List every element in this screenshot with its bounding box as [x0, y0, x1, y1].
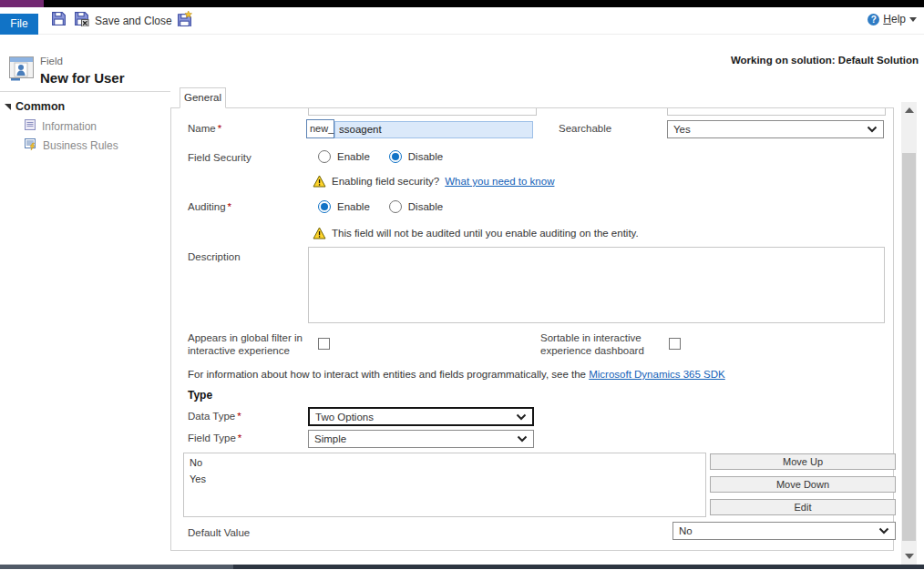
- scrollbar-thumb[interactable]: [902, 153, 916, 541]
- auditing-label: Auditing*: [188, 201, 231, 212]
- required-marker: *: [238, 433, 241, 443]
- scroll-up-icon[interactable]: [905, 107, 914, 113]
- command-toolbar: File Save and Close ? Help: [0, 7, 924, 35]
- field-security-disable-radio[interactable]: [389, 150, 402, 163]
- field-type-label: Field Type*: [188, 433, 241, 443]
- default-value-select[interactable]: No: [672, 522, 896, 540]
- data-type-select[interactable]: Two Options: [308, 407, 534, 426]
- header-divider: [0, 91, 170, 92]
- sidebar-group-label: Common: [15, 100, 65, 113]
- auditing-disable-label[interactable]: Disable: [408, 201, 443, 212]
- field-security-disable-label[interactable]: Disable: [408, 151, 443, 162]
- top-window-strip: [0, 0, 924, 7]
- name-input[interactable]: ssoagent: [334, 121, 533, 138]
- field-type-select[interactable]: Simple: [308, 430, 534, 448]
- help-icon: ?: [868, 14, 879, 25]
- help-caret-icon: [909, 17, 917, 22]
- data-type-label: Data Type*: [188, 411, 241, 422]
- scroll-down-icon[interactable]: [905, 554, 914, 559]
- chevron-down-icon: [517, 435, 528, 443]
- form-panel: Name* new_ ssoagent Searchable Yes Field…: [170, 107, 894, 551]
- name-prefix-field[interactable]: new_: [306, 119, 334, 138]
- page-title: New for User: [40, 70, 125, 86]
- sortable-label: Sortable in interactive experience dashb…: [540, 331, 655, 357]
- collapse-triangle-icon: [5, 104, 11, 110]
- tab-general[interactable]: General: [180, 87, 226, 108]
- field-security-radio-group: Enable Disable: [318, 150, 456, 163]
- auditing-warning: This field will not be audited until you…: [313, 227, 639, 239]
- field-security-label: Field Security: [188, 152, 252, 163]
- vertical-scrollbar[interactable]: [901, 102, 917, 565]
- application-window: File Save and Close ? Help Field New for…: [0, 0, 924, 570]
- brand-purple-strip: [0, 0, 44, 7]
- save-and-close-icon[interactable]: [74, 11, 89, 26]
- list-item[interactable]: Yes: [184, 470, 705, 486]
- sdk-link[interactable]: Microsoft Dynamics 365 SDK: [589, 369, 725, 380]
- help-label: Help: [883, 13, 906, 25]
- warning-icon: [313, 227, 326, 239]
- field-security-help-link[interactable]: What you need to know: [445, 176, 554, 187]
- move-up-button[interactable]: Move Up: [710, 453, 896, 470]
- clipped-input-above-right[interactable]: [667, 108, 886, 116]
- sidebar-item-business-rules[interactable]: Business Rules: [24, 137, 118, 154]
- sidebar-item-label: Information: [42, 120, 97, 133]
- field-security-enable-label[interactable]: Enable: [337, 151, 370, 162]
- global-filter-label: Appears in global filter in interactive …: [188, 331, 310, 357]
- field-security-warning: Enabling field security? What you need t…: [313, 175, 554, 188]
- warning-icon: [313, 175, 326, 188]
- save-icon[interactable]: [51, 11, 67, 26]
- searchable-select[interactable]: Yes: [667, 120, 884, 138]
- entity-type-label: Field: [40, 56, 63, 66]
- chevron-down-icon: [867, 126, 878, 133]
- two-options-listbox[interactable]: No Yes: [183, 453, 706, 517]
- field-security-enable-radio[interactable]: [318, 150, 331, 163]
- required-marker: *: [237, 411, 241, 422]
- description-textarea[interactable]: [308, 247, 885, 323]
- working-on-solution-label: Working on solution: Default Solution: [731, 55, 919, 66]
- default-value-label: Default Value: [188, 527, 250, 538]
- auditing-disable-radio[interactable]: [389, 200, 402, 213]
- bottom-status-strip: [0, 565, 924, 569]
- auditing-radio-group: Enable Disable: [318, 200, 456, 213]
- list-item[interactable]: No: [184, 453, 705, 470]
- required-marker: *: [228, 201, 231, 212]
- auditing-enable-label[interactable]: Enable: [337, 201, 370, 212]
- save-and-close-label[interactable]: Save and Close: [95, 15, 172, 27]
- global-filter-checkbox[interactable]: [318, 338, 330, 350]
- required-marker: *: [218, 123, 221, 134]
- move-down-button[interactable]: Move Down: [710, 476, 896, 493]
- sidebar-group-common[interactable]: Common: [5, 100, 65, 113]
- business-rules-icon: [24, 137, 37, 154]
- description-label: Description: [188, 251, 241, 262]
- name-label: Name*: [188, 123, 221, 134]
- sidebar-item-information[interactable]: Information: [24, 118, 97, 135]
- help-menu[interactable]: ? Help: [868, 13, 917, 25]
- sortable-checkbox[interactable]: [669, 338, 681, 350]
- sidebar-item-label: Business Rules: [43, 139, 118, 152]
- type-section-heading: Type: [188, 389, 212, 402]
- clipped-input-above-left[interactable]: [308, 108, 537, 116]
- chevron-down-icon: [516, 413, 527, 421]
- information-icon: [24, 118, 36, 135]
- auditing-enable-radio[interactable]: [318, 200, 331, 213]
- save-new-icon[interactable]: [177, 11, 192, 26]
- edit-button[interactable]: Edit: [710, 499, 896, 515]
- file-menu-button[interactable]: File: [0, 14, 38, 35]
- chevron-down-icon: [878, 527, 889, 534]
- entity-form-icon: [8, 55, 36, 85]
- bottom-strip-left-segment: [0, 565, 233, 569]
- sdk-info-text: For information about how to interact wi…: [188, 369, 725, 380]
- searchable-label: Searchable: [559, 123, 611, 134]
